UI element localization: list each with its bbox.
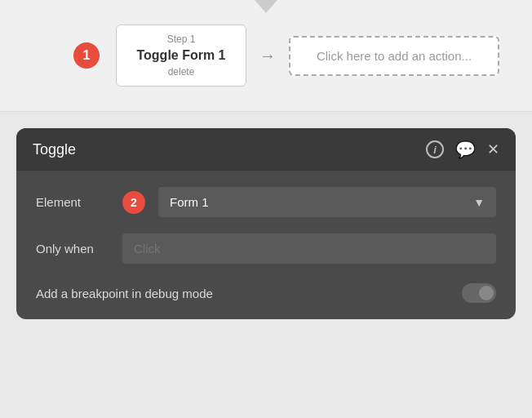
workflow-row: 1 Step 1 Toggle Form 1 delete → Click he…: [73, 24, 499, 87]
close-icon[interactable]: ✕: [487, 140, 499, 158]
workflow-area: 1 Step 1 Toggle Form 1 delete → Click he…: [0, 0, 532, 112]
only-when-input[interactable]: [122, 233, 496, 264]
info-icon[interactable]: i: [426, 140, 444, 158]
step-card-1[interactable]: Step 1 Toggle Form 1 delete: [116, 24, 246, 87]
step-badge-1: 1: [73, 42, 100, 69]
step-badge-1-label: 1: [83, 48, 91, 63]
action-placeholder[interactable]: Click here to add an action...: [289, 36, 499, 76]
element-dropdown-value: Form 1: [170, 195, 209, 209]
panel-body: Element 2 Form 1 ▼ Only when Add a break…: [16, 171, 516, 319]
element-dropdown[interactable]: Form 1 ▼: [158, 187, 496, 217]
chat-icon[interactable]: 💬: [455, 140, 476, 159]
workflow-arrow: →: [259, 47, 276, 65]
breakpoint-label: Add a breakpoint in debug mode: [36, 287, 213, 300]
field-badge-2: 2: [122, 191, 145, 214]
step-delete-link[interactable]: delete: [130, 66, 233, 78]
panel-icon-group: i 💬 ✕: [426, 140, 499, 159]
step-title: Toggle Form 1: [130, 48, 233, 63]
toggle-panel: Toggle i 💬 ✕ Element 2 Form 1 ▼ Only whe…: [16, 128, 516, 319]
only-when-label: Only when: [36, 242, 109, 256]
breakpoint-toggle[interactable]: [462, 283, 496, 303]
panel-title: Toggle: [33, 141, 76, 158]
element-field-row: Element 2 Form 1 ▼: [36, 187, 496, 217]
chevron-down-icon: ▼: [473, 196, 485, 209]
step-label: Step 1: [130, 33, 233, 45]
panel-header: Toggle i 💬 ✕: [16, 128, 516, 171]
breakpoint-row: Add a breakpoint in debug mode: [36, 280, 496, 303]
element-label: Element: [36, 195, 109, 209]
only-when-row: Only when: [36, 233, 496, 264]
